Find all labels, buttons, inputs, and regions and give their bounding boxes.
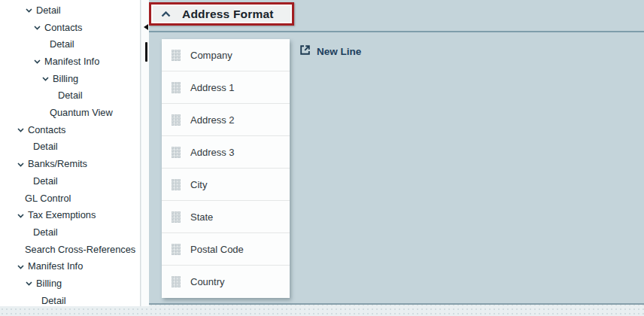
tree-item-label: Search Cross-References xyxy=(25,245,135,255)
chevron-down-icon[interactable] xyxy=(17,128,24,132)
tree-item-billing[interactable]: Billing xyxy=(0,275,140,293)
field-label: Address 1 xyxy=(190,82,235,93)
chevron-down-icon[interactable] xyxy=(17,265,24,269)
tree-item-detail[interactable]: Detail xyxy=(0,2,140,20)
drag-handle-icon[interactable] xyxy=(172,179,181,190)
field-row-address-2[interactable]: Address 2 xyxy=(162,104,290,136)
collapse-arrow-icon[interactable] xyxy=(144,24,148,30)
drag-handle-icon[interactable] xyxy=(172,50,181,61)
section-title: Address Format xyxy=(182,8,274,21)
tree-item-quantum-view[interactable]: Quantum View xyxy=(0,105,140,122)
tree-item-manifest-info[interactable]: Manifest Info xyxy=(0,258,140,275)
tree-item-label: Detail xyxy=(41,296,66,306)
field-row-postal-code[interactable]: Postal Code xyxy=(162,233,290,266)
field-row-address-1[interactable]: Address 1 xyxy=(162,71,290,104)
field-label: Company xyxy=(190,50,232,61)
chevron-down-icon[interactable] xyxy=(26,281,32,286)
tree-item-label: Detail xyxy=(50,40,74,50)
tree-item-detail[interactable]: Detail xyxy=(0,173,140,190)
chevron-down-icon[interactable] xyxy=(17,214,24,218)
chevron-down-icon[interactable] xyxy=(42,77,49,81)
tree-item-label: Banks/Remits xyxy=(28,160,87,169)
field-label: Address 2 xyxy=(190,114,235,126)
field-row-address-3[interactable]: Address 3 xyxy=(162,136,290,169)
new-line-label: New Line xyxy=(317,46,361,57)
chevron-down-icon[interactable] xyxy=(17,163,24,167)
tree-item-label: Quantum View xyxy=(50,108,113,118)
tree-item-label: GL Control xyxy=(25,194,71,204)
tree-item-label: Detail xyxy=(58,91,83,101)
field-row-company[interactable]: Company xyxy=(162,39,290,71)
tree-item-detail[interactable]: Detail xyxy=(0,224,140,242)
tree-item-detail[interactable]: Detail xyxy=(0,87,140,105)
drag-handle-icon[interactable] xyxy=(172,244,181,255)
chevron-down-icon[interactable] xyxy=(26,8,32,13)
tree-item-banks-remits[interactable]: Banks/Remits xyxy=(0,156,140,173)
tree-item-search-cross-references[interactable]: Search Cross-References xyxy=(0,242,140,259)
field-label: Address 3 xyxy=(190,147,235,158)
new-line-button[interactable]: New Line xyxy=(299,44,361,58)
drag-handle-icon[interactable] xyxy=(172,211,181,223)
tree-item-label: Manifest Info xyxy=(28,262,83,272)
tree-item-manifest-info[interactable]: Manifest Info xyxy=(0,53,140,71)
tree-item-detail[interactable]: Detail xyxy=(0,36,140,53)
tree-item-gl-control[interactable]: GL Control xyxy=(0,190,140,208)
scrollbar-thumb[interactable] xyxy=(145,42,147,62)
tree-item-label: Contacts xyxy=(44,23,83,33)
drag-handle-icon[interactable] xyxy=(172,114,181,126)
new-line-icon xyxy=(299,44,311,58)
sidebar-tree: DetailContactsDetailManifest InfoBilling… xyxy=(0,0,141,306)
field-label: Country xyxy=(190,276,225,287)
tree-item-label: Manifest Info xyxy=(44,57,99,67)
tree-item-label: Detail xyxy=(33,142,58,152)
header-divider xyxy=(149,31,644,32)
drag-handle-icon[interactable] xyxy=(172,276,181,287)
tree-item-label: Billing xyxy=(53,74,78,84)
panel-splitter[interactable] xyxy=(141,0,149,306)
field-label: State xyxy=(190,211,213,223)
tree-item-detail[interactable]: Detail xyxy=(0,293,140,306)
field-row-country[interactable]: Country xyxy=(162,266,290,298)
tree-item-label: Detail xyxy=(36,6,61,16)
tree-item-label: Contacts xyxy=(28,126,66,135)
fields-card: CompanyAddress 1Address 2Address 3CitySt… xyxy=(162,39,290,298)
section-header-address-format[interactable]: Address Format xyxy=(149,2,294,26)
address-format-panel: Address Format New Line CompanyAddress 1… xyxy=(149,0,644,305)
tree-item-label: Billing xyxy=(36,279,62,289)
field-label: City xyxy=(190,179,207,190)
chevron-up-icon[interactable] xyxy=(161,11,171,17)
chevron-down-icon[interactable] xyxy=(34,26,41,30)
tree-item-label: Detail xyxy=(33,177,58,187)
field-row-state[interactable]: State xyxy=(162,201,290,233)
tree-item-contacts[interactable]: Contacts xyxy=(0,20,140,37)
tree-item-billing[interactable]: Billing xyxy=(0,71,140,88)
tree-item-tax-exemptions[interactable]: Tax Exemptions xyxy=(0,207,140,224)
chevron-down-icon[interactable] xyxy=(34,59,41,64)
field-row-city[interactable]: City xyxy=(162,169,290,201)
drag-handle-icon[interactable] xyxy=(172,82,181,93)
tree-item-detail[interactable]: Detail xyxy=(0,139,140,156)
field-label: Postal Code xyxy=(190,244,244,255)
drag-handle-icon[interactable] xyxy=(172,147,181,158)
tree-item-label: Tax Exemptions xyxy=(28,211,96,220)
tree-item-label: Detail xyxy=(33,228,58,238)
tree-item-contacts[interactable]: Contacts xyxy=(0,122,140,139)
